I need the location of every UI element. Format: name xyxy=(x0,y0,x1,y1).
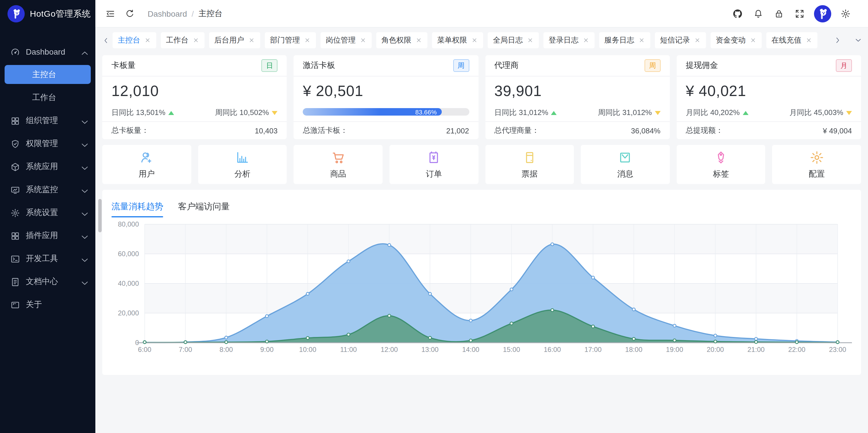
bar-chart-icon xyxy=(235,150,250,165)
cart-icon xyxy=(331,150,345,165)
tabs-controls xyxy=(834,28,862,53)
quick-action-商品[interactable]: 商品 xyxy=(294,145,382,184)
close-icon[interactable] xyxy=(248,37,255,44)
sidebar-item-7[interactable]: 系统设置 xyxy=(0,201,95,224)
tab-主控台[interactable]: 主控台 xyxy=(113,32,156,48)
close-icon[interactable] xyxy=(192,37,199,44)
tab-工作台[interactable]: 工作台 xyxy=(161,32,205,48)
stat-card-body: ¥ 40,021 月同比 40,202% 月同比 45,003% xyxy=(677,77,861,121)
trend-down-icon xyxy=(272,111,278,115)
tabs-scroll-right-icon[interactable] xyxy=(834,36,842,44)
sidebar-subitem-主控台[interactable]: 主控台 xyxy=(0,63,95,86)
tab-全局日志[interactable]: 全局日志 xyxy=(488,32,539,48)
chevron-down-icon xyxy=(80,255,87,262)
sidebar-item-10[interactable]: 文档中心 xyxy=(0,270,95,293)
tab-短信记录[interactable]: 短信记录 xyxy=(655,32,706,48)
tab-登录日志[interactable]: 登录日志 xyxy=(544,32,595,48)
stat-value: 39,901 xyxy=(494,82,661,100)
close-icon[interactable] xyxy=(583,37,589,44)
svg-text:21:00: 21:00 xyxy=(747,346,765,353)
close-icon[interactable] xyxy=(694,37,701,44)
metric: 月同比 40,202% xyxy=(686,108,748,118)
tab-资金变动[interactable]: 资金变动 xyxy=(711,32,762,48)
stat-card-卡板量: 卡板量 日 12,010 日同比 13,501% 周同比 10,502% 总卡板… xyxy=(102,55,287,139)
reload-icon[interactable] xyxy=(120,4,140,23)
breadcrumb: Dashboard / 主控台 xyxy=(148,8,223,19)
quick-action-配置[interactable]: 配置 xyxy=(772,145,861,184)
content-scrollbar-thumb[interactable] xyxy=(98,199,102,232)
breadcrumb-root[interactable]: Dashboard xyxy=(148,9,187,18)
sidebar-subitem-label: 主控台 xyxy=(32,69,56,80)
fullscreen-icon[interactable] xyxy=(790,4,809,23)
quick-action-label: 分析 xyxy=(235,169,250,179)
close-icon[interactable] xyxy=(805,37,812,44)
sidebar-subitem-工作台[interactable]: 工作台 xyxy=(0,86,95,109)
sidebar-item-11[interactable]: 关于 xyxy=(0,293,95,316)
quick-action-订单[interactable]: 订单 xyxy=(390,145,478,184)
close-icon[interactable] xyxy=(527,37,534,44)
sidebar-item-5[interactable]: 系统应用 xyxy=(0,155,95,178)
collapse-sidebar-icon[interactable] xyxy=(100,4,120,23)
sidebar-item-3[interactable]: 组织管理 xyxy=(0,109,95,132)
tab-服务日志[interactable]: 服务日志 xyxy=(599,32,650,48)
quick-action-分析[interactable]: 分析 xyxy=(198,145,287,184)
sidebar-item-9[interactable]: 开发工具 xyxy=(0,247,95,270)
tab-label: 短信记录 xyxy=(660,35,690,46)
content: 卡板量 日 12,010 日同比 13,501% 周同比 10,502% 总卡板… xyxy=(95,53,868,433)
tab-岗位管理[interactable]: 岗位管理 xyxy=(320,32,372,48)
logo[interactable]: HotGo管理系统 xyxy=(0,0,95,28)
tab-在线充值[interactable]: 在线充值 xyxy=(766,32,817,48)
close-icon[interactable] xyxy=(471,37,478,44)
avatar[interactable] xyxy=(814,5,831,22)
quick-action-label: 订单 xyxy=(426,169,442,179)
main-area: Dashboard / 主控台 主控台 工作台 后台用户 部门管理 岗位管理 角… xyxy=(95,0,868,433)
chart-tab-流量消耗趋势[interactable]: 流量消耗趋势 xyxy=(112,196,163,218)
chevron-down-icon xyxy=(80,232,87,239)
quick-action-消息[interactable]: 消息 xyxy=(581,145,670,184)
sidebar-item-8[interactable]: 插件应用 xyxy=(0,224,95,247)
metric: 月同比 45,003% xyxy=(789,108,852,118)
quick-action-标签[interactable]: 标签 xyxy=(677,145,766,184)
quick-action-label: 标签 xyxy=(713,169,729,179)
close-icon[interactable] xyxy=(304,37,311,44)
quick-action-票据[interactable]: 票据 xyxy=(485,145,574,184)
sidebar-item-label: 系统设置 xyxy=(26,208,80,218)
tag-icon xyxy=(713,150,728,165)
stat-metrics: 月同比 40,202% 月同比 45,003% xyxy=(686,108,852,118)
quick-actions-row: 用户 分析 商品 订单 票据 消息 标签 配置 xyxy=(102,145,861,184)
bell-icon[interactable] xyxy=(748,4,768,23)
gear-icon[interactable] xyxy=(836,4,855,23)
svg-text:7:00: 7:00 xyxy=(179,346,192,353)
logo-icon xyxy=(7,5,25,23)
close-icon[interactable] xyxy=(144,37,151,44)
tabs-menu-icon[interactable] xyxy=(854,36,862,44)
close-icon[interactable] xyxy=(415,37,422,44)
close-icon[interactable] xyxy=(750,37,756,44)
sidebar-item-label: 关于 xyxy=(26,299,87,310)
stat-card-body: 12,010 日同比 13,501% 周同比 10,502% xyxy=(102,77,287,121)
sidebar-item-6[interactable]: 系统监控 xyxy=(0,178,95,201)
close-icon[interactable] xyxy=(360,37,367,44)
svg-text:16:00: 16:00 xyxy=(544,346,561,353)
sidebar-item-0[interactable]: Dashboard xyxy=(0,40,95,63)
quick-action-用户[interactable]: 用户 xyxy=(102,145,191,184)
lock-icon[interactable] xyxy=(769,4,789,23)
stat-card-title: 代理商 xyxy=(494,60,519,71)
trend-up-icon xyxy=(551,111,557,115)
github-icon[interactable] xyxy=(728,4,747,23)
close-icon[interactable] xyxy=(638,37,645,44)
tab-菜单权限[interactable]: 菜单权限 xyxy=(432,32,483,48)
tab-后台用户[interactable]: 后台用户 xyxy=(209,32,260,48)
tab-label: 在线充值 xyxy=(772,35,801,46)
tab-部门管理[interactable]: 部门管理 xyxy=(265,32,316,48)
sidebar-item-4[interactable]: 权限管理 xyxy=(0,132,95,155)
stat-card-header: 提现佣金 月 xyxy=(677,55,861,77)
tab-角色权限[interactable]: 角色权限 xyxy=(376,32,427,48)
mail-icon xyxy=(618,150,633,165)
sidebar-menu: Dashboard 主控台工作台 组织管理 权限管理 系统应用 系统监控 系统设… xyxy=(0,40,95,316)
chevron-down-icon xyxy=(80,209,87,216)
chart-tab-客户端访问量[interactable]: 客户端访问量 xyxy=(178,196,230,218)
tabs-scroll-left-icon[interactable] xyxy=(99,32,113,48)
footer-label: 总提现额： xyxy=(686,125,723,136)
metric: 日同比 31,012% xyxy=(494,108,557,118)
